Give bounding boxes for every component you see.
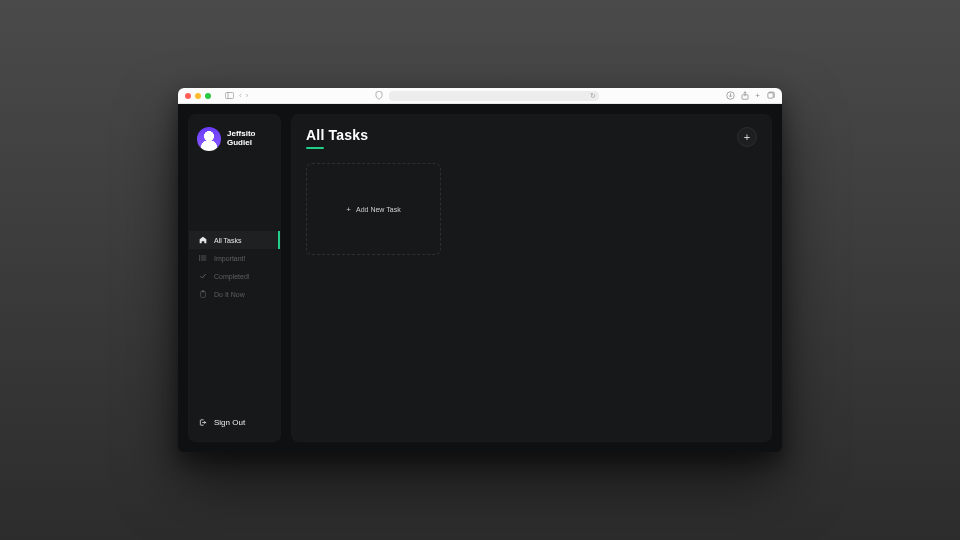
tabs-overview-icon[interactable]	[766, 91, 775, 100]
sidebar-item-completed[interactable]: Completed!	[189, 267, 280, 285]
back-icon[interactable]: ‹	[239, 91, 242, 100]
sign-out-icon	[199, 418, 207, 427]
plus-icon: +	[346, 205, 351, 214]
window-controls[interactable]	[185, 93, 211, 99]
home-icon	[199, 236, 207, 244]
profile[interactable]: Jeffsito Gudiel	[189, 123, 280, 161]
sign-out-label: Sign Out	[214, 418, 245, 427]
sidebar-item-label: All Tasks	[214, 237, 242, 244]
avatar	[197, 127, 221, 151]
sidebar-toggle-icon[interactable]	[225, 92, 234, 99]
add-task-card-label: Add New Task	[356, 206, 401, 213]
address-bar[interactable]: ↻	[389, 91, 599, 101]
svg-point-8	[199, 256, 200, 257]
reload-icon[interactable]: ↻	[590, 92, 596, 100]
nav-arrows: ‹ ›	[239, 91, 248, 100]
task-grid: + Add New Task	[306, 163, 757, 255]
page-title: All Tasks	[306, 127, 368, 143]
minimize-window-icon[interactable]	[195, 93, 201, 99]
sidebar-item-all-tasks[interactable]: All Tasks	[189, 231, 280, 249]
forward-icon[interactable]: ›	[246, 91, 249, 100]
close-window-icon[interactable]	[185, 93, 191, 99]
title-accent	[306, 147, 324, 149]
browser-window: ‹ › ↻ +	[178, 88, 782, 452]
share-icon[interactable]	[741, 91, 749, 100]
sidebar-item-important[interactable]: Important!	[189, 249, 280, 267]
new-tab-plus-icon[interactable]: +	[755, 91, 760, 100]
main-panel: All Tasks + + Add New Task	[291, 114, 772, 442]
svg-rect-4	[768, 93, 773, 98]
privacy-shield-icon[interactable]	[375, 91, 383, 100]
svg-point-10	[199, 260, 200, 261]
plus-icon: +	[744, 131, 750, 143]
sidebar-item-label: Important!	[214, 255, 246, 262]
add-task-button[interactable]: +	[737, 127, 757, 147]
sidebar-item-do-it-now[interactable]: Do It Now	[189, 285, 280, 303]
maximize-window-icon[interactable]	[205, 93, 211, 99]
svg-rect-0	[225, 93, 233, 99]
list-icon	[199, 254, 207, 262]
sign-out-button[interactable]: Sign Out	[189, 412, 280, 433]
svg-point-9	[199, 258, 200, 259]
browser-toolbar: ‹ › ↻ +	[178, 88, 782, 104]
add-task-card[interactable]: + Add New Task	[306, 163, 441, 255]
app-root: Jeffsito Gudiel All Tasks Important!	[178, 104, 782, 452]
sidebar-item-label: Completed!	[214, 273, 250, 280]
check-icon	[199, 272, 207, 280]
svg-rect-12	[202, 291, 204, 292]
downloads-icon[interactable]	[726, 91, 735, 100]
sidebar-item-label: Do It Now	[214, 291, 245, 298]
main-header: All Tasks +	[306, 127, 757, 149]
profile-name: Jeffsito Gudiel	[227, 130, 272, 148]
clipboard-icon	[199, 290, 207, 298]
sidebar: Jeffsito Gudiel All Tasks Important!	[188, 114, 281, 442]
nav-list: All Tasks Important! Completed!	[189, 231, 280, 303]
